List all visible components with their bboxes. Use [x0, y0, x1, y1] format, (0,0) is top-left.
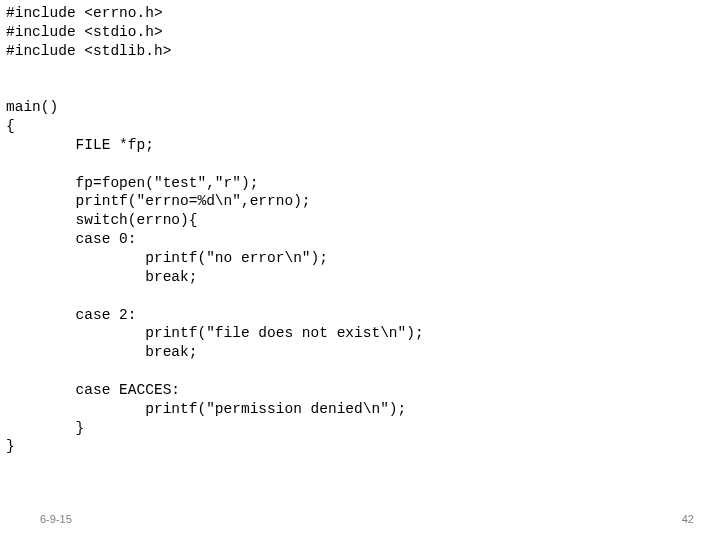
code-line: #include <stdio.h> [6, 24, 163, 40]
code-line: break; [6, 344, 197, 360]
code-line: case EACCES: [6, 382, 180, 398]
code-line: FILE *fp; [6, 137, 154, 153]
footer-page-number: 42 [682, 512, 694, 526]
footer-date: 6-9-15 [40, 512, 72, 526]
code-line: printf("no error\n"); [6, 250, 328, 266]
source-code-block: #include <errno.h> #include <stdio.h> #i… [0, 0, 720, 456]
code-line: case 2: [6, 307, 137, 323]
code-line: break; [6, 269, 197, 285]
code-line: printf("permission denied\n"); [6, 401, 406, 417]
code-line: main() [6, 99, 58, 115]
code-line: } [6, 420, 84, 436]
code-line: { [6, 118, 15, 134]
code-line: } [6, 438, 15, 454]
code-line: printf("errno=%d\n",errno); [6, 193, 311, 209]
code-line: fp=fopen("test","r"); [6, 175, 258, 191]
code-line: case 0: [6, 231, 137, 247]
code-line: #include <stdlib.h> [6, 43, 171, 59]
code-line: switch(errno){ [6, 212, 197, 228]
code-line: #include <errno.h> [6, 5, 163, 21]
code-line: printf("file does not exist\n"); [6, 325, 424, 341]
